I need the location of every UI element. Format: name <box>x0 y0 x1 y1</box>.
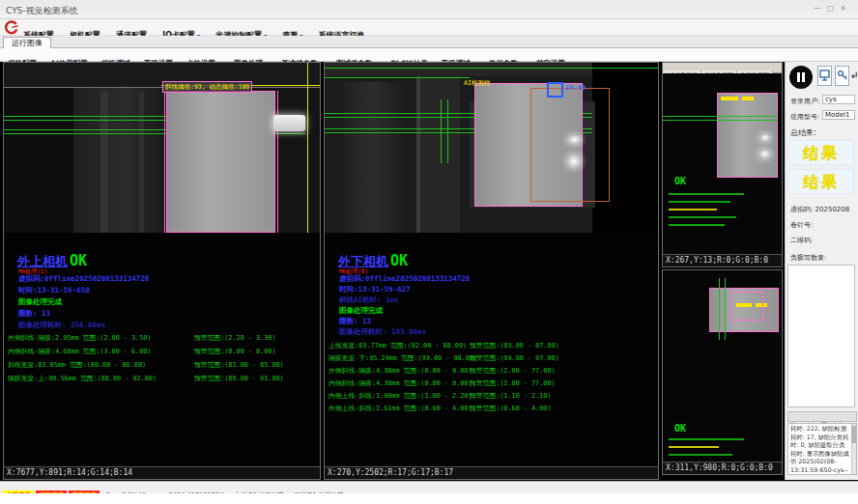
log-text: 耗时: 222, 缺陷检测耗时: 17, 缺陷分类耗时: 0, 缺陷提取分类耗时… <box>790 425 849 475</box>
camera-image-upper[interactable]: 斜线阈值:93, 动态阈值:100 <box>4 63 320 233</box>
anode-count-label: 负极写数量: <box>790 253 826 263</box>
login-user-value[interactable]: cys <box>822 95 855 104</box>
warn-range: 预警范围:(81.00 - 85.00) <box>194 360 284 370</box>
process-done-line: 图像处理完成 <box>18 297 62 307</box>
return-button[interactable] <box>851 66 858 86</box>
camera-panel-upper: 斜线阈值:93, 动态阈值:100 外上相机OK M6处理(1) 虚拟码:0ff… <box>3 62 321 480</box>
qr-code-label: 二维码: <box>790 236 813 245</box>
warn-range: 预警范围:(2.00 - 77.00) <box>470 378 556 388</box>
result-display-upper: 结果 <box>788 140 854 165</box>
nozzle-part <box>273 115 305 131</box>
elapsed-line: 图像处理耗时: 256.00ms <box>18 321 105 330</box>
warn-range: 预警范围:(0.00 - 8.00) <box>194 347 275 356</box>
measure-value: 内侧斜线-隔膜:4.38mm 范围:(0.00 - 9.00) <box>329 378 472 388</box>
needle-number-label: 卷针号: <box>790 220 813 230</box>
mini-tab-strip: M6成果显示排线角视图收尾角视图 <box>663 63 782 73</box>
title-bar: CYS-视觉检测系统 —▢✕ <box>0 0 858 19</box>
status-ok: OK <box>674 176 686 186</box>
coordinate-readout-lower: X:270,Y:2502;R:17;G:17;B:17 <box>325 466 658 479</box>
camera-name: 外上相机 <box>17 254 68 268</box>
log-scrollbar[interactable] <box>851 424 856 474</box>
measure-value: 外侧斜线-隔膜:2.95mm 范围:(2.00 - 3.50) <box>8 333 152 343</box>
warn-range: 预警范围:(83.00 - 87.00) <box>470 341 559 350</box>
log-textbox[interactable]: 耗时: 222, 缺陷检测耗时: 17, 缺陷分类耗时: 0, 缺陷提取分类耗时… <box>787 423 857 475</box>
status-bar: 心跳信号相机连接通讯连接Cpu: 0.0% Memory: 3424.41796… <box>0 481 858 493</box>
measure-value: 内侧斜线-隔膜:4.60mm 范围:(3.00 - 6.00) <box>8 347 152 356</box>
turns-line: 圈数: 13 <box>18 309 50 319</box>
toolbar: 相机配置 AI使用配置 相机调试 高级设置 点检设置▾ 图像处理▾ 基准线参数▾… <box>0 48 858 62</box>
status-ok: OK <box>70 252 87 269</box>
camera-image-lower[interactable]: 20.80 AI检测框 <box>325 63 658 233</box>
model-label: 使用型号: <box>790 112 819 122</box>
maximize-icon[interactable]: ▢ <box>827 4 841 13</box>
ai-elapsed-line: 斜线AI耗时: 1ms <box>339 295 399 305</box>
status-ok: OK <box>390 252 408 269</box>
key-button[interactable] <box>835 66 849 86</box>
pause-button[interactable] <box>789 66 813 89</box>
info-listbox[interactable] <box>787 265 855 407</box>
measure-value: 外侧斜线-隔膜:4.38mm 范围:(0.00 - 9.00) <box>329 366 472 376</box>
warn-range: 预警范围:(2.20 - 3.30) <box>194 333 275 343</box>
control-sidebar: 登录用户: cys 使用型号: Model1 总结果: 结果 结果 虚拟码: 2… <box>785 62 858 480</box>
label-text: 虚拟码: <box>790 206 813 213</box>
warn-range: 预警范围:(1.10 - 2.10) <box>470 391 551 401</box>
warn-range: 预警范围:(94.00 - 97.00) <box>470 353 559 363</box>
elapsed-line: 图像处理耗时: 183.00ms <box>339 327 426 337</box>
result-display-lower: 结果 <box>788 169 854 194</box>
camera-image-small-top[interactable]: OK <box>663 73 782 255</box>
model-value[interactable]: Model1 <box>822 110 855 120</box>
virtual-code-line: 虚拟码:0ffline20250208133134728 <box>18 274 149 284</box>
measure-value: 外侧上线-斜线:2.61mm 范围:(0.60 - 4.00) <box>329 404 472 413</box>
process-done-line: 图像处理完成 <box>339 306 383 316</box>
log-tab-strip: 运行日志设置日志维护日志 <box>787 411 857 422</box>
minimize-icon[interactable]: — <box>814 4 827 13</box>
turns-line: 圈数: 13 <box>339 317 371 326</box>
main-area: 斜线阈值:93, 动态阈值:100 外上相机OK M6处理(1) 虚拟码:0ff… <box>0 62 858 481</box>
warn-range: 预警范围:(2.00 - 77.00) <box>470 366 556 376</box>
separator-film-region <box>166 91 275 233</box>
time-line: 时间:13-31-59-650 <box>18 286 90 295</box>
coordinate-readout-upper: X:7677,Y:891;R:14;G:14;B:14 <box>4 466 320 479</box>
virtual-code-line: 虚拟码:0ffline20250208133134728 <box>339 274 470 284</box>
close-icon[interactable]: ✕ <box>840 4 852 13</box>
return-arrow-icon <box>851 70 858 82</box>
camera-panel-lower: 20.80 AI检测框 外下相机OK M6处理(0) 虚拟码:0ffline20… <box>324 62 659 480</box>
app-window: CYS-视觉检测系统 —▢✕ 系统配置 相机配置 通讯配置 IO卡配置▾ 光源控… <box>0 0 858 504</box>
window-title: CYS-视觉检测系统 <box>6 5 78 17</box>
key-icon <box>837 70 848 82</box>
tab-run-image[interactable]: 运行图像 <box>3 37 51 48</box>
warn-range: 预警范围:(0.60 - 4.00) <box>470 404 551 413</box>
ai-roi-label: AI检测框 <box>462 78 492 88</box>
tab-strip: 运行图像 <box>0 36 858 48</box>
time-line: 时间:13-31-59-627 <box>339 285 411 294</box>
blue-roi-value: 20.80 <box>565 84 586 92</box>
monitor-icon <box>819 70 830 82</box>
measure-value: 上线宽度:83.77mm 范围:(82.00 - 88.00) <box>329 341 467 350</box>
app-logo-icon <box>4 20 18 35</box>
measure-value: 斜线宽度:83.05mm 范围:(80.00 - 86.00) <box>8 360 146 370</box>
measure-value: 内侧上线-斜线:1.90mm 范围:(1.00 - 2.20) <box>329 391 472 401</box>
coordinate-readout-small-bottom: X:311,Y:980;R:0;G:0;B:0 <box>663 462 782 474</box>
camera-panel-small-top: M6成果显示排线角视图收尾角视图 OK X:267,Y:13;R:0;G:0;B… <box>662 62 783 267</box>
monitor-button[interactable] <box>817 66 832 86</box>
measure-value: 隔膜宽度-下:95.24mm 范围:(93.00 - 98.00) <box>329 353 477 363</box>
menu-bar: 系统配置 相机配置 通讯配置 IO卡配置▾ 光源控制配置▾ 查看▾ 系统语言切换 <box>0 19 858 36</box>
total-result-label: 总结果: <box>790 127 816 138</box>
camera-name: 外下相机 <box>338 254 388 268</box>
camera-image-small-bottom[interactable]: OK <box>663 270 782 462</box>
detect-roi-orange <box>530 88 610 202</box>
window-controls: —▢✕ <box>814 4 852 13</box>
warn-range: 预警范围:(89.00 - 91.00) <box>194 374 284 383</box>
measure-value: 隔膜宽度-上:90.56mm 范围:(88.00 - 92.00) <box>8 374 157 383</box>
threshold-overlay-label: 斜线阈值:93, 动态阈值:100 <box>162 81 252 93</box>
login-user-label: 登录用户: <box>790 97 819 106</box>
coordinate-readout-small-top: X:267,Y:13;R:0;G:0;B:0 <box>663 254 782 266</box>
status-ok: OK <box>674 423 686 434</box>
window-footer-space <box>0 493 858 504</box>
virtual-code-label: 虚拟码: 20250208 <box>790 205 849 214</box>
virtual-code-value: 20250208 <box>815 206 850 213</box>
camera-panel-small-bottom: OK X:311,Y:980;R:0;G:0;B:0 <box>662 269 783 475</box>
detect-roi-blue <box>547 82 563 98</box>
